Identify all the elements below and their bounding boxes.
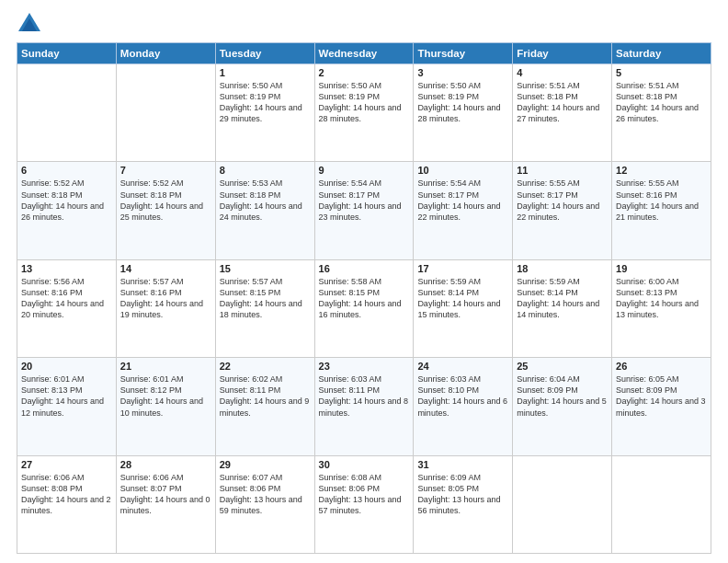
calendar-cell [116, 64, 215, 162]
calendar-header-sunday: Sunday [17, 43, 117, 64]
calendar-cell [612, 455, 711, 553]
day-info: Sunrise: 5:52 AM Sunset: 8:18 PM Dayligh… [120, 178, 211, 223]
calendar-cell: 5Sunrise: 5:51 AM Sunset: 8:18 PM Daylig… [612, 64, 711, 162]
day-info: Sunrise: 6:00 AM Sunset: 8:13 PM Dayligh… [616, 276, 707, 321]
day-info: Sunrise: 5:50 AM Sunset: 8:19 PM Dayligh… [319, 80, 410, 125]
calendar-cell: 21Sunrise: 6:01 AM Sunset: 8:12 PM Dayli… [116, 358, 215, 455]
day-number: 14 [120, 263, 211, 274]
day-number: 13 [21, 263, 112, 274]
calendar-cell: 31Sunrise: 6:09 AM Sunset: 8:05 PM Dayli… [414, 455, 513, 553]
calendar-cell: 27Sunrise: 6:06 AM Sunset: 8:08 PM Dayli… [17, 455, 117, 553]
day-info: Sunrise: 6:06 AM Sunset: 8:08 PM Dayligh… [21, 472, 112, 517]
day-info: Sunrise: 5:51 AM Sunset: 8:18 PM Dayligh… [517, 80, 608, 125]
day-info: Sunrise: 6:03 AM Sunset: 8:10 PM Dayligh… [417, 373, 508, 419]
day-info: Sunrise: 6:02 AM Sunset: 8:11 PM Dayligh… [220, 373, 311, 419]
calendar-cell: 4Sunrise: 5:51 AM Sunset: 8:18 PM Daylig… [513, 64, 612, 162]
calendar-week-3: 20Sunrise: 6:01 AM Sunset: 8:13 PM Dayli… [17, 358, 711, 455]
calendar-cell: 23Sunrise: 6:03 AM Sunset: 8:11 PM Dayli… [314, 358, 414, 455]
calendar-cell: 14Sunrise: 5:57 AM Sunset: 8:16 PM Dayli… [116, 259, 215, 357]
calendar-cell [513, 455, 612, 553]
day-number: 10 [417, 165, 508, 176]
day-number: 9 [319, 165, 410, 176]
logo [17, 11, 46, 37]
day-number: 1 [220, 67, 311, 78]
day-info: Sunrise: 5:57 AM Sunset: 8:16 PM Dayligh… [120, 276, 211, 321]
day-number: 25 [517, 361, 608, 372]
calendar-week-4: 27Sunrise: 6:06 AM Sunset: 8:08 PM Dayli… [17, 455, 711, 553]
day-info: Sunrise: 6:08 AM Sunset: 8:06 PM Dayligh… [319, 472, 410, 517]
day-info: Sunrise: 6:01 AM Sunset: 8:12 PM Dayligh… [120, 373, 211, 419]
day-number: 23 [319, 361, 410, 372]
day-info: Sunrise: 5:52 AM Sunset: 8:18 PM Dayligh… [21, 178, 112, 223]
calendar-cell: 24Sunrise: 6:03 AM Sunset: 8:10 PM Dayli… [414, 358, 513, 455]
calendar-header-row: SundayMondayTuesdayWednesdayThursdayFrid… [17, 43, 711, 64]
day-number: 12 [616, 165, 707, 176]
calendar-cell: 2Sunrise: 5:50 AM Sunset: 8:19 PM Daylig… [314, 64, 414, 162]
calendar-cell: 7Sunrise: 5:52 AM Sunset: 8:18 PM Daylig… [116, 162, 215, 259]
day-info: Sunrise: 6:04 AM Sunset: 8:09 PM Dayligh… [517, 373, 608, 419]
day-info: Sunrise: 5:50 AM Sunset: 8:19 PM Dayligh… [220, 80, 311, 125]
day-number: 26 [616, 361, 707, 372]
calendar-header-tuesday: Tuesday [215, 43, 314, 64]
day-number: 19 [616, 263, 707, 274]
day-info: Sunrise: 5:56 AM Sunset: 8:16 PM Dayligh… [21, 276, 112, 321]
header [17, 11, 711, 37]
day-number: 29 [220, 459, 311, 470]
calendar-cell: 8Sunrise: 5:53 AM Sunset: 8:18 PM Daylig… [215, 162, 314, 259]
day-number: 5 [616, 67, 707, 78]
calendar-cell: 20Sunrise: 6:01 AM Sunset: 8:13 PM Dayli… [17, 358, 117, 455]
day-info: Sunrise: 6:01 AM Sunset: 8:13 PM Dayligh… [21, 373, 112, 419]
day-info: Sunrise: 6:05 AM Sunset: 8:09 PM Dayligh… [616, 373, 707, 419]
day-number: 18 [517, 263, 608, 274]
calendar-cell: 11Sunrise: 5:55 AM Sunset: 8:17 PM Dayli… [513, 162, 612, 259]
calendar-cell: 13Sunrise: 5:56 AM Sunset: 8:16 PM Dayli… [17, 259, 117, 357]
calendar-cell [17, 64, 117, 162]
calendar-header-friday: Friday [513, 43, 612, 64]
calendar-cell: 30Sunrise: 6:08 AM Sunset: 8:06 PM Dayli… [314, 455, 414, 553]
calendar-cell: 26Sunrise: 6:05 AM Sunset: 8:09 PM Dayli… [612, 358, 711, 455]
day-number: 3 [417, 67, 508, 78]
day-info: Sunrise: 5:59 AM Sunset: 8:14 PM Dayligh… [417, 276, 508, 321]
calendar-cell: 1Sunrise: 5:50 AM Sunset: 8:19 PM Daylig… [215, 64, 314, 162]
calendar-cell: 10Sunrise: 5:54 AM Sunset: 8:17 PM Dayli… [414, 162, 513, 259]
calendar-cell: 15Sunrise: 5:57 AM Sunset: 8:15 PM Dayli… [215, 259, 314, 357]
day-number: 15 [220, 263, 311, 274]
calendar-cell: 22Sunrise: 6:02 AM Sunset: 8:11 PM Dayli… [215, 358, 314, 455]
day-number: 22 [220, 361, 311, 372]
logo-icon [17, 11, 42, 37]
day-info: Sunrise: 5:54 AM Sunset: 8:17 PM Dayligh… [319, 178, 410, 223]
day-info: Sunrise: 5:58 AM Sunset: 8:15 PM Dayligh… [319, 276, 410, 321]
day-info: Sunrise: 5:57 AM Sunset: 8:15 PM Dayligh… [220, 276, 311, 321]
page: SundayMondayTuesdayWednesdayThursdayFrid… [0, 0, 728, 563]
day-number: 21 [120, 361, 211, 372]
day-info: Sunrise: 5:53 AM Sunset: 8:18 PM Dayligh… [220, 178, 311, 223]
calendar-week-2: 13Sunrise: 5:56 AM Sunset: 8:16 PM Dayli… [17, 259, 711, 357]
calendar-header-monday: Monday [116, 43, 215, 64]
calendar-cell: 18Sunrise: 5:59 AM Sunset: 8:14 PM Dayli… [513, 259, 612, 357]
calendar-cell: 9Sunrise: 5:54 AM Sunset: 8:17 PM Daylig… [314, 162, 414, 259]
calendar-week-1: 6Sunrise: 5:52 AM Sunset: 8:18 PM Daylig… [17, 162, 711, 259]
day-number: 11 [517, 165, 608, 176]
day-number: 16 [319, 263, 410, 274]
calendar-cell: 25Sunrise: 6:04 AM Sunset: 8:09 PM Dayli… [513, 358, 612, 455]
day-number: 17 [417, 263, 508, 274]
calendar-header-saturday: Saturday [612, 43, 711, 64]
calendar-cell: 3Sunrise: 5:50 AM Sunset: 8:19 PM Daylig… [414, 64, 513, 162]
day-number: 31 [417, 459, 508, 470]
day-info: Sunrise: 5:51 AM Sunset: 8:18 PM Dayligh… [616, 80, 707, 125]
day-number: 8 [220, 165, 311, 176]
day-info: Sunrise: 6:07 AM Sunset: 8:06 PM Dayligh… [220, 472, 311, 517]
day-info: Sunrise: 5:54 AM Sunset: 8:17 PM Dayligh… [417, 178, 508, 223]
day-info: Sunrise: 5:50 AM Sunset: 8:19 PM Dayligh… [417, 80, 508, 125]
day-info: Sunrise: 6:06 AM Sunset: 8:07 PM Dayligh… [120, 472, 211, 517]
calendar-week-0: 1Sunrise: 5:50 AM Sunset: 8:19 PM Daylig… [17, 64, 711, 162]
day-info: Sunrise: 5:55 AM Sunset: 8:17 PM Dayligh… [517, 178, 608, 223]
calendar-cell: 12Sunrise: 5:55 AM Sunset: 8:16 PM Dayli… [612, 162, 711, 259]
calendar-cell: 29Sunrise: 6:07 AM Sunset: 8:06 PM Dayli… [215, 455, 314, 553]
day-number: 2 [319, 67, 410, 78]
day-number: 24 [417, 361, 508, 372]
calendar-cell: 16Sunrise: 5:58 AM Sunset: 8:15 PM Dayli… [314, 259, 414, 357]
day-number: 20 [21, 361, 112, 372]
calendar-cell: 6Sunrise: 5:52 AM Sunset: 8:18 PM Daylig… [17, 162, 117, 259]
day-info: Sunrise: 6:09 AM Sunset: 8:05 PM Dayligh… [417, 472, 508, 517]
